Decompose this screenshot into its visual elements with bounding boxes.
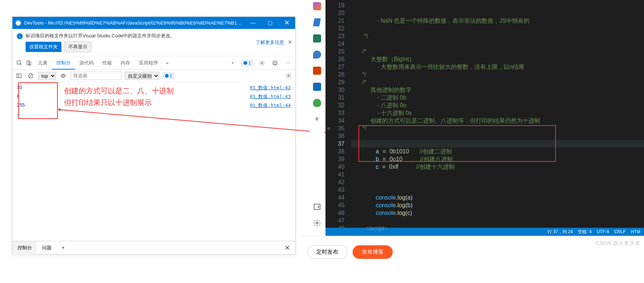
drawer-tab-console[interactable]: 控制台 (12, 241, 37, 254)
office-sidebar: + (310, 0, 324, 227)
workspace-notice: i 标识项目的根文件夹以打开Visual Studio Code中的源文件并同步… (12, 29, 295, 56)
minimize-button[interactable]: — (245, 17, 261, 29)
info-icon: i (17, 33, 23, 39)
svg-line-10 (29, 74, 32, 77)
context-select[interactable]: top (38, 72, 56, 80)
svg-point-4 (274, 62, 274, 63)
device-icon[interactable] (24, 60, 34, 66)
devtools-drawer: 控制台 问题 + ✕ (12, 241, 295, 254)
tab-memory[interactable]: 内存 (116, 56, 135, 70)
edge-icon (15, 20, 21, 26)
tab-console[interactable]: 控制台 (52, 56, 75, 70)
maximize-button[interactable]: ▢ (261, 17, 278, 29)
console-filterbar: top 自定义级别 1 (12, 70, 295, 82)
notice-text: 标识项目的根文件夹以打开Visual Studio Code中的源文件并同步更改… (26, 33, 291, 39)
svg-point-3 (261, 62, 263, 64)
code-area[interactable]: - NaN 也是一个特殊的数值，表示非法的数值，JS中独有的 */ /* 大整数… (351, 0, 644, 228)
level-select[interactable]: 自定义级别 (125, 72, 159, 80)
console-source-link[interactable]: 01_数值.html:43 (250, 93, 291, 100)
office-icon[interactable] (313, 67, 321, 75)
breakpoint-gutter-dot (327, 127, 330, 130)
sidebar-gear-icon[interactable] (313, 219, 321, 227)
settings-gear-icon[interactable] (257, 60, 267, 66)
live-expression-icon[interactable] (59, 73, 68, 79)
tag-icon[interactable] (313, 18, 321, 26)
kebab-icon[interactable]: ⋯ (283, 60, 293, 66)
plus-icon[interactable]: + (228, 60, 237, 66)
blog-toolbar: 定时发布 发布博客 (300, 236, 644, 268)
svg-point-12 (288, 75, 289, 77)
drawer-close-icon[interactable]: ✕ (279, 244, 295, 252)
console-settings-icon[interactable] (284, 73, 293, 79)
outlook-icon[interactable] (313, 83, 321, 91)
svg-point-16 (316, 222, 318, 224)
close-button[interactable]: ✕ (278, 17, 295, 29)
publish-button[interactable]: 发布博客 (353, 245, 393, 259)
set-root-button[interactable]: 设置根文件夹 (26, 42, 61, 52)
people-icon[interactable] (313, 51, 321, 59)
svg-point-11 (62, 75, 64, 77)
briefcase-icon[interactable] (313, 34, 321, 42)
tab-application[interactable]: 应用程序 (135, 56, 162, 70)
svg-point-6 (273, 61, 277, 65)
devtools-window: DevTools - file:///D:/%E5%89%8D%E7%AB%AF… (12, 16, 295, 254)
tab-overflow-icon[interactable]: » (162, 60, 172, 66)
notice-close-icon[interactable]: ✕ (288, 39, 292, 45)
console-prompt[interactable]: › (17, 110, 291, 118)
messages-badge[interactable]: 1 (162, 72, 175, 79)
add-app-icon[interactable]: + (313, 115, 321, 123)
inspect-icon[interactable] (15, 60, 24, 66)
window-titlebar[interactable]: DevTools - file:///D:/%E5%89%8D%E7%AB%AF… (12, 17, 295, 29)
tab-sources[interactable]: 源代码 (75, 56, 98, 70)
sidebar-toggle-icon[interactable] (15, 73, 23, 79)
filter-input[interactable] (71, 72, 122, 80)
window-title: DevTools - file:///D:/%E5%89%8D%E7%AB%AF… (24, 20, 245, 26)
copilot-icon[interactable] (313, 2, 321, 10)
clear-console-icon[interactable] (26, 73, 35, 79)
console-source-link[interactable]: 01_数值.html:42 (250, 85, 291, 91)
schedule-button[interactable]: 定时发布 (307, 245, 347, 259)
console-value: 8 (17, 93, 46, 100)
csdn-watermark: CSDN @火木火木 (596, 240, 640, 247)
issues-badge[interactable]: 1 (241, 60, 253, 66)
vscode-editor[interactable]: 1920212223242526272829303132333435363738… (325, 0, 644, 228)
tab-performance[interactable]: 性能 (98, 56, 116, 70)
svg-rect-7 (17, 74, 21, 78)
svg-point-5 (275, 62, 276, 63)
devtools-tabs: 元素 控制台 源代码 性能 内存 应用程序 » + 1 ⋯ (12, 56, 295, 70)
tab-elements[interactable]: 元素 (34, 56, 52, 70)
dont-show-button[interactable]: 不再显示 (64, 41, 91, 52)
feedback-icon[interactable] (270, 60, 280, 66)
drawer-tab-issues[interactable]: 问题 (37, 241, 57, 254)
learn-more-link[interactable]: 了解更多信息 (256, 39, 284, 46)
annotation-text: 创建的方式可以是二、八、十进制 但打印结果只以十进制展示 (64, 85, 174, 108)
collapse-icon[interactable] (313, 203, 321, 211)
tree-icon[interactable] (313, 99, 321, 107)
drawer-add-icon[interactable]: + (57, 241, 70, 254)
console-value: 255 (17, 102, 46, 109)
console-value: 10 (17, 85, 46, 91)
console-source-link[interactable]: 01_数值.html:44 (250, 102, 291, 109)
line-gutter: 1920212223242526272829303132333435363738… (325, 0, 351, 228)
